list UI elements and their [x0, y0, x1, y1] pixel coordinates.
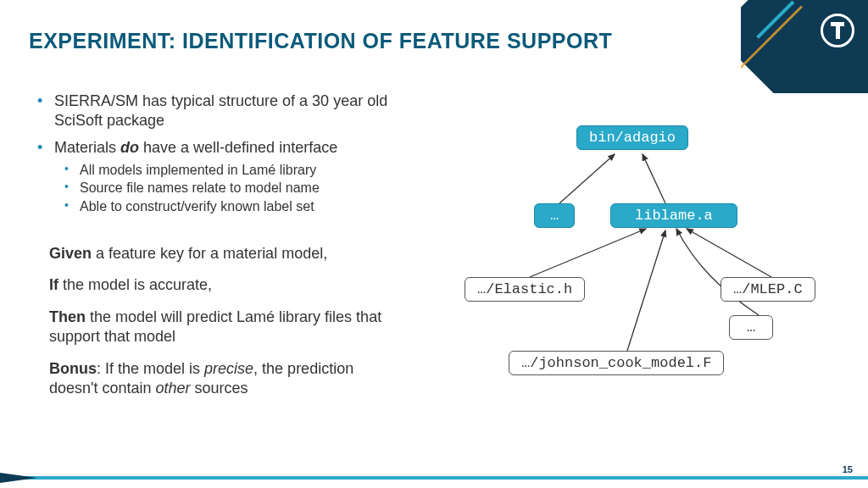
sub-bullet-list: All models implemented in Lamé library S…	[54, 161, 436, 216]
para-italic: precise	[204, 360, 253, 377]
para-lead: Then	[49, 308, 86, 325]
bullet-list: SIERRA/SM has typical structure of a 30 …	[29, 92, 436, 224]
sub-bullet-item: Source file names relate to model name	[54, 179, 436, 197]
node-elastic: …/Elastic.h	[465, 277, 585, 302]
bullet-text: SIERRA/SM has typical structure of a 30 …	[54, 92, 387, 129]
footer-wedge-icon	[0, 473, 37, 483]
para-text: a feature key for a material model,	[92, 245, 327, 262]
sub-bullet-item: Able to construct/verify known label set	[54, 197, 436, 216]
svg-line-5	[627, 230, 665, 351]
sub-bullet-item: All models implemented in Lamé library	[54, 161, 436, 180]
page-number: 15	[843, 464, 853, 474]
bullet-item: Materials do have a well-defined interfa…	[29, 138, 436, 215]
svg-line-2	[643, 154, 665, 203]
para-text: : If the model is	[97, 360, 204, 377]
sub-bullet-text: Able to construct/verify known label set	[80, 199, 314, 214]
para-bonus: Bonus: If the model is precise, the pred…	[49, 359, 405, 399]
para-lead: Bonus	[49, 360, 97, 377]
para-lead: Given	[49, 245, 92, 262]
corner-decoration	[741, 0, 868, 93]
node-ellipsis-leaf: …	[729, 315, 773, 340]
node-bin-adagio: bin/adagio	[576, 125, 688, 150]
node-liblame: liblame.a	[610, 203, 737, 228]
node-johnson-cook: …/johnson_cook_model.F	[509, 351, 724, 375]
para-if: If the model is accurate,	[49, 275, 405, 295]
para-text: sources	[191, 380, 248, 396]
para-text: the model will predict Lamé library file…	[49, 308, 381, 345]
para-then: Then the model will predict Lamé library…	[49, 308, 405, 347]
node-ellipsis-mid: …	[534, 203, 575, 228]
node-mlep: …/MLEP.C	[721, 277, 815, 302]
para-text: the model is accurate,	[58, 276, 212, 293]
sub-bullet-text: All models implemented in Lamé library	[80, 163, 316, 177]
diagram-lines	[458, 112, 839, 425]
bullet-emph: do	[120, 139, 139, 156]
svg-line-3	[530, 229, 646, 277]
svg-line-4	[687, 229, 771, 277]
bullet-text: have a well-defined interface	[139, 139, 337, 156]
para-lead: If	[49, 276, 58, 293]
thunderbird-icon	[831, 22, 844, 39]
para-given: Given a feature key for a material model…	[49, 244, 405, 263]
slide-title: EXPERIMENT: IDENTIFICATION OF FEATURE SU…	[29, 29, 612, 53]
bullet-text: Materials	[54, 139, 120, 156]
para-italic: other	[156, 380, 191, 396]
paragraph-block: Given a feature key for a material model…	[49, 244, 405, 410]
slide: EXPERIMENT: IDENTIFICATION OF FEATURE SU…	[0, 0, 868, 488]
bullet-item: SIERRA/SM has typical structure of a 30 …	[29, 92, 436, 130]
sub-bullet-text: Source file names relate to model name	[80, 180, 320, 195]
dependency-diagram: bin/adagio … liblame.a …/Elastic.h …/MLE…	[458, 112, 839, 425]
sandia-logo-icon	[821, 14, 854, 47]
footer-bar	[0, 476, 868, 480]
svg-line-1	[559, 154, 615, 203]
